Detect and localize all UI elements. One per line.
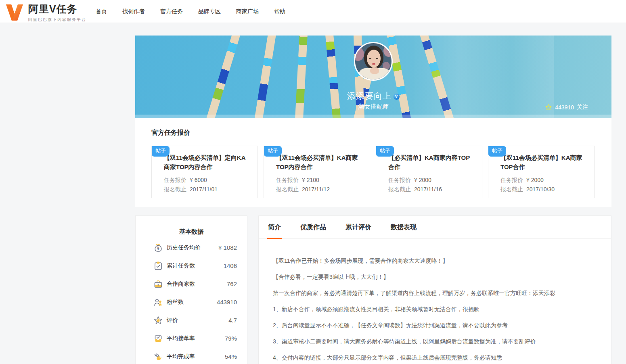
task-card[interactable]: 帖子 【双11会场必买清单】定向KA商家TOP内容合作 任务报价¥ 6000 报… [151, 146, 258, 198]
briefcase-icon [153, 279, 163, 289]
creator-name-row: 添添要向上V [135, 90, 611, 102]
task-title: 【双11会场必买清单】KA商家TOP内容合作 [276, 153, 363, 172]
price-value: ¥ 2000 [414, 177, 431, 183]
deadline-label: 报名截止 [500, 186, 523, 192]
accept-rate-icon [153, 334, 163, 343]
nav-item-official-tasks[interactable]: 官方任务 [160, 8, 183, 15]
intro-paragraph: 【合作必看，一定要看3遍以上哦，大大们！】 [273, 269, 595, 285]
basic-data-panel: ——基本数据—— ¥ 历史任务均价 ¥ 1082 [135, 215, 247, 364]
stat-value: 54% [225, 353, 237, 360]
deadline-label: 报名截止 [276, 186, 299, 192]
profile-tabs: 简介 优质作品 累计评价 数据表现 [259, 216, 611, 239]
nav-item-brand-zone[interactable]: 品牌专区 [198, 8, 221, 15]
stat-row: 粉丝数 443910 [136, 293, 247, 311]
verified-badge-icon: V [394, 94, 400, 100]
price-label: 任务报价 [276, 177, 299, 183]
stat-value: 1406 [224, 262, 237, 269]
follow-label: 关注 [577, 104, 588, 111]
intro-paragraph: 【双11合作已开始！多会场同步展现，需要合作的商家大大速度咯！】 [273, 253, 595, 269]
intro-paragraph: 1、新店不合作，领域必须跟潮流女性类目相关，非相关领域暂时无法合作，很抱歉 [273, 301, 595, 317]
stat-label: 评价 [167, 317, 178, 324]
task-card[interactable]: 帖子 【双11会场必买清单】KA商家TOP内容合作 任务报价¥ 2100 报名截… [264, 146, 370, 198]
task-card[interactable]: 帖子 【必买清单】KA商家内容TOP合作 任务报价¥ 2000 报名截止2017… [376, 146, 482, 198]
intro-paragraph: 3、渠道审核小二需要时间，请大家务必耐心等待渠道上线，以阿里妈妈后台流量数据为准… [273, 333, 595, 349]
creator-name: 添添要向上 [347, 91, 392, 100]
avatar-hands [370, 67, 379, 74]
intro-content: 【双11合作已开始！多会场同步展现，需要合作的商家大大速度咯！】 【合作必看，一… [259, 239, 611, 364]
nav-item-home[interactable]: 首页 [96, 8, 107, 15]
deadline-label: 报名截止 [164, 186, 186, 192]
intro-paragraph: 第一次合作的商家，务必沟通清楚再下单，了解渠道内容上线流程，理解万岁，务必联系唯… [273, 285, 595, 301]
price-label: 任务报价 [500, 177, 523, 183]
top-header: 阿里V任务 阿里巴巴旗下内容服务平台 首页 找创作者 官方任务 品牌专区 商家广… [0, 0, 626, 23]
stat-row: 合作商家数 762 [136, 275, 247, 293]
stat-label: 累计任务数 [167, 262, 195, 270]
section-title: 官方任务报价 [151, 129, 596, 137]
stat-value: ¥ 1082 [218, 244, 237, 251]
star-icon [153, 316, 163, 325]
tab-reviews[interactable]: 累计评价 [345, 216, 371, 238]
deadline-value: 2017/10/30 [526, 186, 555, 192]
price-label: 任务报价 [164, 177, 186, 183]
task-count-icon [153, 261, 163, 271]
price-value: ¥ 2100 [302, 177, 319, 183]
follow-count: 443910 [555, 104, 574, 111]
tab-data-performance[interactable]: 数据表现 [391, 216, 417, 238]
avatar-lips [372, 63, 375, 65]
stat-value: 4.7 [228, 317, 237, 324]
complete-rate-icon [153, 352, 163, 362]
stat-label: 平均完成率 [167, 353, 195, 360]
stat-value: 762 [227, 280, 237, 287]
fans-icon [153, 297, 163, 307]
follow-button[interactable]: 443910 关注 [545, 104, 588, 111]
stat-value: 79% [225, 335, 237, 342]
tab-intro[interactable]: 简介 [268, 216, 281, 238]
intro-paragraph: 4、交付内容的链接，大部分只显示部分文字内容，但渠道上线后会展现完整版，务必请知… [273, 349, 595, 364]
stat-label: 平均接单率 [167, 335, 195, 342]
post-type-badge: 帖子 [152, 146, 170, 157]
task-card[interactable]: 帖子 【双11会场必买清单】KA商家TOP合作 任务报价¥ 2000 报名截止2… [488, 146, 595, 198]
stat-row: ¥ 历史任务均价 ¥ 1082 [136, 238, 247, 257]
deadline-value: 2017/11/12 [302, 186, 330, 192]
stat-row: 累计任务数 1406 [136, 257, 247, 275]
avatar-eyes [369, 58, 378, 59]
profile-hero-card: 添添要向上V 潮女搭配师 443910 关注 官方任务报价 帖子 【双11会场必… [135, 36, 611, 207]
profile-detail-panel: 简介 优质作品 累计评价 数据表现 【双11合作已开始！多会场同步展现，需要合作… [258, 215, 611, 364]
price-label: 任务报价 [388, 177, 411, 183]
deadline-value: 2017/11/01 [190, 186, 218, 192]
official-tasks-section: 官方任务报价 帖子 【双11会场必买清单】定向KA商家TOP内容合作 任务报价¥… [135, 118, 611, 207]
post-type-badge: 帖子 [488, 146, 506, 157]
site-logo[interactable]: 阿里V任务 阿里巴巴旗下内容服务平台 [5, 2, 86, 23]
tab-featured-works[interactable]: 优质作品 [300, 216, 326, 238]
task-cards: 帖子 【双11会场必买清单】定向KA商家TOP内容合作 任务报价¥ 6000 报… [151, 146, 596, 198]
nav-item-help[interactable]: 帮助 [274, 8, 285, 15]
stat-value: 443910 [217, 299, 237, 305]
nav-item-merchant-plaza[interactable]: 商家广场 [236, 8, 259, 15]
logo-subtitle: 阿里巴巴旗下内容服务平台 [28, 17, 86, 23]
money-bag-icon: ¥ [153, 243, 163, 253]
task-title: 【必买清单】KA商家内容TOP合作 [388, 153, 475, 172]
post-type-badge: 帖子 [264, 146, 282, 157]
svg-text:¥: ¥ [157, 246, 159, 251]
main-content: 添添要向上V 潮女搭配师 443910 关注 官方任务报价 帖子 【双11会场必… [135, 36, 611, 364]
v-logo-icon [5, 4, 24, 21]
post-type-badge: 帖子 [376, 146, 394, 157]
price-value: ¥ 2000 [526, 177, 544, 183]
stat-label: 历史任务均价 [167, 244, 201, 251]
main-nav: 首页 找创作者 官方任务 品牌专区 商家广场 帮助 [96, 0, 285, 23]
basic-data-title: ——基本数据—— [136, 228, 247, 236]
title-dash: —— [165, 227, 175, 234]
creator-category: 潮女搭配师 [135, 103, 611, 111]
nav-item-find-creators[interactable]: 找创作者 [122, 8, 145, 15]
star-outline-icon [545, 104, 552, 111]
deadline-label: 报名截止 [388, 186, 411, 192]
task-title: 【双11会场必买清单】KA商家TOP合作 [500, 153, 588, 172]
price-value: ¥ 6000 [190, 177, 207, 183]
title-dash: —— [207, 227, 218, 234]
avatar[interactable] [354, 42, 393, 81]
banner-ground-strip [135, 115, 611, 118]
deadline-value: 2017/11/16 [414, 186, 442, 192]
task-title: 【双11会场必买清单】定向KA商家TOP内容合作 [164, 153, 251, 172]
profile-banner: 添添要向上V 潮女搭配师 443910 关注 [135, 36, 611, 118]
intro-paragraph: 2、后台阅读量显示不不不准确，【任务文章阅读数】无法统计到渠道流量，请不要以此为… [273, 317, 595, 333]
